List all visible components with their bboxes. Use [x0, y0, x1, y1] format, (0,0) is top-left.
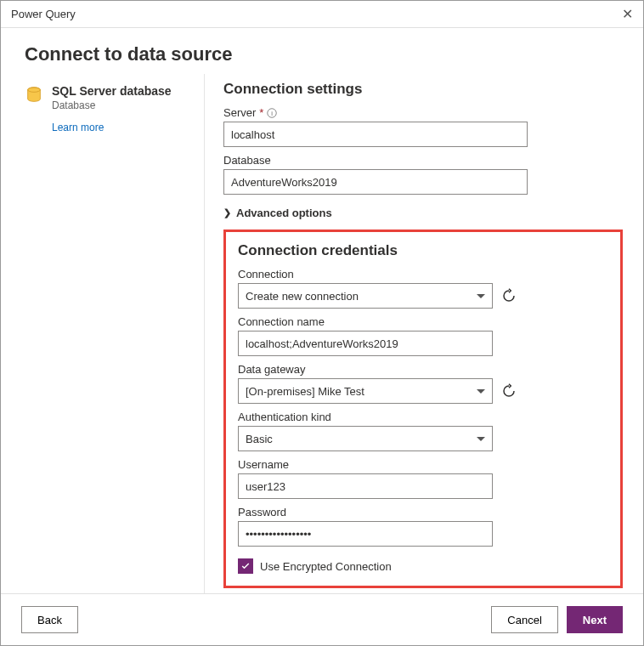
database-input[interactable]: [223, 169, 528, 195]
checkbox-checked-icon[interactable]: [238, 558, 253, 574]
advanced-options-toggle[interactable]: ❯ Advanced options: [223, 207, 623, 219]
learn-more-link[interactable]: Learn more: [52, 122, 189, 133]
connector-subtitle: Database: [52, 99, 172, 111]
password-label: Password: [238, 506, 608, 518]
password-input[interactable]: [238, 521, 493, 547]
required-star: *: [259, 106, 263, 119]
database-label: Database: [223, 154, 623, 167]
chevron-right-icon: ❯: [223, 207, 231, 218]
credentials-heading: Connection credentials: [238, 242, 608, 259]
left-panel: SQL Server database Database Learn more: [1, 74, 205, 593]
credentials-section: Connection credentials Connection Create…: [223, 230, 623, 588]
auth-select[interactable]: Basic: [238, 426, 493, 451]
next-button[interactable]: Next: [567, 606, 623, 633]
connector-title: SQL Server database: [52, 84, 172, 98]
connection-name-label: Connection name: [238, 315, 608, 328]
gateway-label: Data gateway: [238, 363, 608, 376]
settings-heading: Connection settings: [223, 81, 623, 98]
refresh-icon[interactable]: [501, 383, 517, 399]
username-label: Username: [238, 458, 608, 471]
auth-label: Authentication kind: [238, 411, 608, 423]
svg-text:i: i: [272, 110, 274, 117]
right-panel: Connection settings Server* i Database ❯…: [205, 74, 643, 593]
gateway-select[interactable]: [On-premises] Mike Test: [238, 378, 493, 404]
cancel-button[interactable]: Cancel: [491, 606, 557, 633]
window-title: Power Query: [11, 8, 76, 20]
info-icon[interactable]: i: [267, 108, 277, 118]
page-heading: Connect to data source: [1, 28, 643, 74]
connection-label: Connection: [238, 268, 608, 280]
username-input[interactable]: [238, 473, 493, 499]
server-label: Server* i: [223, 106, 623, 119]
body: SQL Server database Database Learn more …: [1, 74, 643, 593]
encrypted-label: Use Encrypted Connection: [260, 560, 392, 573]
close-icon[interactable]: ✕: [622, 6, 633, 22]
back-button[interactable]: Back: [21, 606, 78, 633]
refresh-icon[interactable]: [501, 288, 517, 303]
database-icon: [25, 86, 43, 105]
connection-name-input[interactable]: [238, 331, 493, 356]
connection-select[interactable]: Create new connection: [238, 283, 493, 309]
encrypted-checkbox-row[interactable]: Use Encrypted Connection: [238, 558, 608, 574]
title-bar: Power Query ✕: [1, 1, 643, 28]
server-input[interactable]: [223, 122, 528, 147]
footer: Back Cancel Next: [1, 593, 643, 645]
